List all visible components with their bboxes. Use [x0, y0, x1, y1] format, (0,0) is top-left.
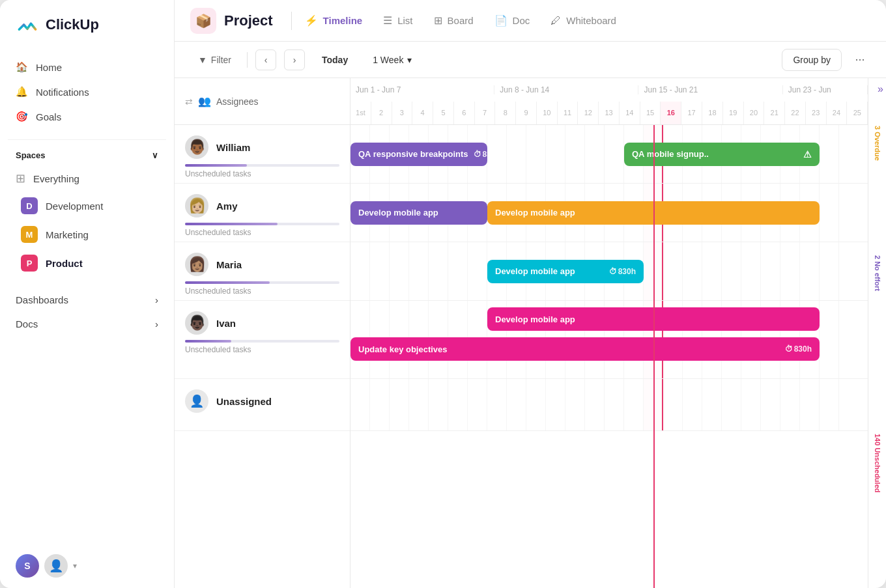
- gantt-col-21: [741, 379, 761, 430]
- user-avatar-img[interactable]: 👤: [44, 554, 68, 578]
- project-icon: 📦: [190, 8, 216, 34]
- day-label-14: 14: [620, 102, 640, 125]
- task-bar-ivan-develop[interactable]: Develop mobile app: [487, 307, 820, 331]
- day-label-6: 6: [454, 102, 475, 125]
- sidebar-item-product[interactable]: P Product: [5, 249, 169, 277]
- gantt-col-25: [820, 379, 839, 430]
- collapse-arrow[interactable]: »: [878, 83, 883, 95]
- task-bar-qa-mobile[interactable]: QA mobile signup.. ⚠: [624, 143, 820, 166]
- assignee-name-william: William: [216, 142, 250, 153]
- user-dropdown-icon[interactable]: ▾: [73, 561, 77, 570]
- progress-fill-ivan: [185, 340, 231, 343]
- sidebar-item-home[interactable]: 🏠 Home: [8, 55, 166, 79]
- assignee-name-amy: Amy: [216, 201, 238, 212]
- right-label-unscheduled[interactable]: 140 Unscheduled: [868, 339, 886, 589]
- everything-icon: ⊞: [16, 171, 25, 186]
- gantt-col-4: [409, 379, 429, 430]
- chevron-down-week-icon: ▾: [407, 55, 412, 65]
- progress-fill-maria: [185, 281, 270, 284]
- avatar-amy: 👩🏼: [185, 194, 208, 217]
- board-icon: ⊞: [434, 14, 442, 27]
- gantt-tasks-william: QA responsive breakpoints ⏱ 830h QA mobi…: [350, 125, 868, 183]
- tab-doc[interactable]: 📄 Doc: [484, 9, 541, 32]
- day-label-21: 21: [764, 102, 785, 125]
- task-bar-qa-responsive[interactable]: QA responsive breakpoints ⏱ 830h: [350, 143, 487, 166]
- clickup-logo-icon: [16, 13, 39, 36]
- progress-bg-ivan: [185, 340, 339, 343]
- week-label-3: Jun 15 - Jun 21: [638, 85, 782, 94]
- sidebar-item-marketing[interactable]: M Marketing: [5, 220, 169, 249]
- day-label-20: 20: [744, 102, 765, 125]
- day-label-4: 4: [412, 102, 433, 125]
- sidebar-item-notifications[interactable]: 🔔 Notifications: [8, 79, 166, 104]
- gantt-col-8: [487, 379, 507, 430]
- prev-arrow-button[interactable]: ‹: [255, 49, 276, 70]
- gantt-col-16: [644, 379, 663, 430]
- today-button[interactable]: Today: [313, 51, 357, 69]
- gantt-col-2: [370, 379, 390, 430]
- week-labels: Jun 1 - Jun 7 Jun 8 - Jun 14 Jun 15 - Ju…: [350, 78, 868, 102]
- day-label-25: 25: [847, 102, 868, 125]
- gantt-col-9: [507, 379, 526, 430]
- avatar-ivan: 👨🏿: [185, 311, 208, 335]
- sidebar-item-docs[interactable]: Docs ›: [0, 312, 174, 336]
- sidebar-nav: 🏠 Home 🔔 Notifications 🎯 Goals: [0, 49, 174, 134]
- week-label-2: Jun 8 - Jun 14: [494, 85, 638, 94]
- header-divider: [291, 12, 292, 30]
- gantt-col-18: [683, 379, 702, 430]
- goals-icon: 🎯: [16, 111, 28, 122]
- sidebar-item-development[interactable]: D Development: [5, 191, 169, 220]
- group-by-button[interactable]: Group by: [782, 49, 842, 71]
- assignee-name-unassigned: Unassigned: [216, 396, 272, 407]
- task-bar-maria-develop[interactable]: Develop mobile app ⏱ 830h: [487, 260, 644, 283]
- sidebar-item-dashboards[interactable]: Dashboards ›: [0, 288, 174, 312]
- toolbar-divider-1: [247, 52, 248, 68]
- right-labels: » 3 Overdue 2 No effort 140 Unscheduled: [868, 78, 886, 588]
- user-avatar-s[interactable]: S: [16, 554, 39, 578]
- more-options-button[interactable]: ···: [850, 49, 870, 70]
- week-label-4: Jun 23 - Jun: [783, 85, 868, 94]
- gantt-col-13: [585, 379, 605, 430]
- assignee-info-william: 👨🏾 William: [185, 135, 339, 159]
- tab-whiteboard[interactable]: 🖊 Whiteboard: [540, 10, 627, 32]
- move-icon: ⇄: [185, 96, 193, 107]
- unscheduled-label-ivan: Unscheduled tasks: [185, 345, 339, 354]
- filter-button[interactable]: ▼ Filter: [190, 51, 239, 69]
- unscheduled-label-william: Unscheduled tasks: [185, 169, 339, 178]
- task-bar-amy-develop-2[interactable]: Develop mobile app: [487, 201, 820, 225]
- gantt-row-william: QA responsive breakpoints ⏱ 830h QA mobi…: [350, 125, 868, 184]
- development-badge: D: [21, 197, 38, 214]
- assignee-info-ivan: 👨🏿 Ivan: [185, 311, 339, 335]
- assignee-info-unassigned: 👤 Unassigned: [185, 389, 339, 413]
- right-label-overdue[interactable]: 3 Overdue: [868, 78, 886, 208]
- assignee-name-ivan: Ivan: [216, 318, 236, 329]
- chevron-right-icon-docs: ›: [155, 318, 158, 329]
- doc-icon: 📄: [494, 14, 507, 27]
- day-label-17: 17: [681, 102, 702, 125]
- tab-timeline[interactable]: ⚡ Timeline: [294, 9, 373, 32]
- gantt-row-maria: Develop mobile app ⏱ 830h: [350, 242, 868, 301]
- gantt-row-ivan: Develop mobile app Update key objectives…: [350, 301, 868, 379]
- task-bar-ivan-update[interactable]: Update key objectives ⏱ 830h: [350, 337, 820, 361]
- avatar-unassigned: 👤: [185, 389, 208, 413]
- tab-board[interactable]: ⊞ Board: [423, 9, 484, 32]
- gantt-col-10: [526, 379, 546, 430]
- tab-list[interactable]: ☰ List: [373, 9, 423, 32]
- assignee-row-ivan: 👨🏿 Ivan Unscheduled tasks: [175, 301, 350, 379]
- assignee-info-maria: 👩🏽 Maria: [185, 253, 339, 276]
- right-label-no-effort[interactable]: 2 No effort: [868, 208, 886, 339]
- sidebar-item-everything[interactable]: ⊞ Everything: [0, 165, 174, 191]
- next-arrow-button[interactable]: ›: [284, 49, 305, 70]
- sidebar-item-goals[interactable]: 🎯 Goals: [8, 104, 166, 129]
- day-label-23: 23: [806, 102, 827, 125]
- day-label-11: 11: [558, 102, 579, 125]
- progress-fill-william: [185, 164, 247, 167]
- gantt-col-3: [390, 379, 409, 430]
- week-selector-button[interactable]: 1 Week ▾: [365, 51, 420, 69]
- gantt-tasks-amy: Develop mobile app Develop mobile app: [350, 184, 868, 242]
- spaces-header[interactable]: Spaces ∨: [0, 145, 174, 165]
- day-label-18: 18: [702, 102, 723, 125]
- main-content: 📦 Project ⚡ Timeline ☰ List ⊞ Board 📄 Do…: [175, 0, 886, 588]
- gantt-col-24: [800, 379, 820, 430]
- task-bar-amy-develop-1[interactable]: Develop mobile app: [350, 201, 487, 225]
